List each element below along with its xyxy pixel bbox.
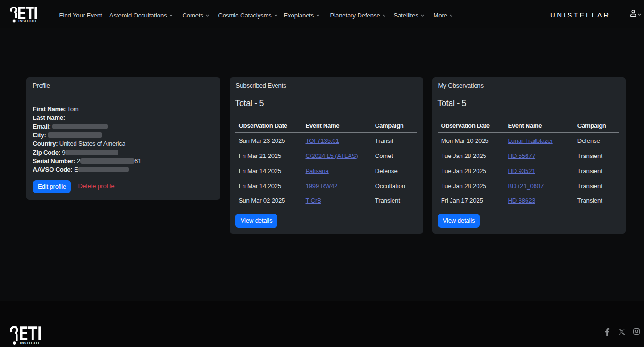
- svg-text:INSTITUTE: INSTITUTE: [20, 341, 41, 345]
- svg-text:INSTITUTE: INSTITUTE: [18, 19, 37, 23]
